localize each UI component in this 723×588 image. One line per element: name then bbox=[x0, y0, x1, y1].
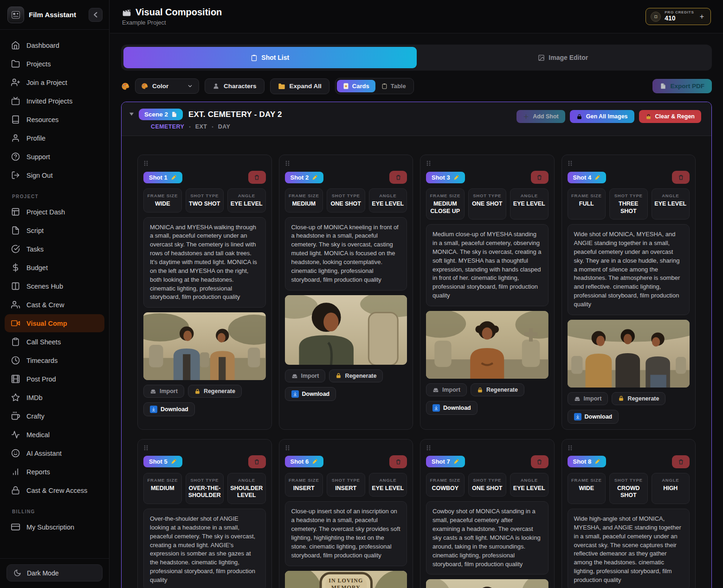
delete-shot-button[interactable] bbox=[389, 171, 407, 184]
shot-description: Close-up insert shot of an inscription o… bbox=[285, 501, 407, 566]
shot-description: Wide shot of MONICA, MYESHA, and ANGIE s… bbox=[568, 224, 690, 315]
shot-badge[interactable]: Shot 4 bbox=[568, 172, 607, 183]
regenerate-button[interactable]: Regenerate bbox=[471, 383, 524, 396]
export-pdf-button[interactable]: Export PDF bbox=[652, 79, 712, 93]
angle-box: ANGLESHOULDER LEVEL bbox=[227, 473, 266, 504]
regenerate-label: Regenerate bbox=[204, 388, 235, 394]
drag-handle-icon[interactable] bbox=[568, 161, 690, 166]
sidebar-item-imdb[interactable]: IMDb bbox=[5, 388, 104, 407]
import-button[interactable]: Import bbox=[426, 383, 467, 396]
characters-button[interactable]: Characters bbox=[205, 78, 265, 94]
shot-description: Over-the-shoulder shot of ANGIE looking … bbox=[143, 509, 266, 588]
sidebar-item-resources[interactable]: Resources bbox=[5, 110, 104, 129]
add-shot-button[interactable]: Add Shot bbox=[516, 110, 565, 123]
delete-shot-button[interactable] bbox=[248, 171, 266, 184]
shot-badge[interactable]: Shot 3 bbox=[426, 172, 465, 183]
color-filter-select[interactable]: Color bbox=[135, 78, 199, 94]
meta-value: CROWD SHOT bbox=[612, 485, 646, 499]
regenerate-button[interactable]: Regenerate bbox=[329, 369, 383, 382]
expand-all-button[interactable]: Expand All bbox=[270, 78, 329, 94]
sidebar-item-join-a-project[interactable]: Join a Project bbox=[5, 73, 104, 91]
shot-badge[interactable]: Shot 6 bbox=[285, 456, 324, 467]
sidebar-item-label: Visual Comp bbox=[26, 320, 67, 327]
delete-shot-button[interactable] bbox=[672, 171, 690, 184]
delete-shot-button[interactable] bbox=[248, 455, 266, 468]
delete-shot-button[interactable] bbox=[672, 455, 690, 468]
import-label: Import bbox=[584, 395, 602, 402]
gen-all-images-button[interactable]: Gen All Images bbox=[570, 110, 634, 123]
import-button[interactable]: Import bbox=[143, 385, 184, 398]
check-circle-icon bbox=[11, 245, 20, 253]
drag-handle-icon[interactable] bbox=[568, 445, 690, 451]
drag-handle-icon[interactable] bbox=[285, 161, 407, 166]
sidebar-item-reports[interactable]: Reports bbox=[5, 463, 104, 481]
sidebar-item-ai-assistant[interactable]: AI Assistant bbox=[5, 444, 104, 462]
sidebar-item-my-subscription[interactable]: My Subscription bbox=[5, 518, 104, 536]
download-button[interactable]: Download bbox=[285, 387, 336, 401]
drag-handle-icon[interactable] bbox=[426, 161, 549, 166]
sidebar-item-post-prod[interactable]: Post Prod bbox=[5, 370, 104, 388]
sidebar-item-project-dash[interactable]: Project Dash bbox=[5, 203, 104, 221]
sidebar-item-timecards[interactable]: Timecards bbox=[5, 351, 104, 369]
view-mode-table[interactable]: Table bbox=[375, 80, 412, 92]
content: Shot List Image Editor Color Characters bbox=[110, 33, 723, 588]
sidebar-item-projects[interactable]: Projects bbox=[5, 55, 104, 73]
sidebar-item-crafty[interactable]: Crafty bbox=[5, 407, 104, 425]
delete-shot-button[interactable] bbox=[531, 171, 549, 184]
delete-shot-button[interactable] bbox=[531, 455, 549, 468]
sidebar-item-call-sheets[interactable]: Call Sheets bbox=[5, 333, 104, 351]
tab-image-editor[interactable]: Image Editor bbox=[417, 47, 710, 68]
dark-mode-toggle[interactable]: Dark Mode bbox=[6, 564, 103, 582]
sidebar-item-label: Script bbox=[26, 227, 44, 234]
sidebar-item-sign-out[interactable]: Sign Out bbox=[5, 166, 104, 184]
sidebar-item-visual-comp[interactable]: Visual Comp bbox=[5, 314, 104, 332]
regenerate-button[interactable]: Regenerate bbox=[188, 385, 242, 398]
sidebar-item-invited-projects[interactable]: Invited Projects bbox=[5, 92, 104, 110]
drag-handle-icon[interactable] bbox=[143, 161, 266, 166]
gravestone-inscription: IN LOVING MEMORY JOHN DOE BELOVED HUSBAN… bbox=[318, 577, 374, 588]
drag-handle-icon[interactable] bbox=[143, 445, 266, 451]
add-credits-button[interactable]: + bbox=[698, 13, 706, 21]
sign-out-icon bbox=[11, 171, 20, 180]
shot-badge[interactable]: Shot 2 bbox=[285, 172, 324, 183]
app-title: Film Assistant bbox=[29, 11, 84, 19]
sidebar-item-profile[interactable]: Profile bbox=[5, 129, 104, 147]
sidebar-item-script[interactable]: Script bbox=[5, 221, 104, 239]
scene-badge[interactable]: Scene 2 bbox=[139, 109, 183, 120]
sidebar-item-budget[interactable]: Budget bbox=[5, 258, 104, 277]
film-icon bbox=[11, 375, 20, 383]
sidebar-item-cast-crew[interactable]: Cast & Crew bbox=[5, 296, 104, 314]
meta-label: ANGLE bbox=[662, 478, 679, 483]
meta-label: ANGLE bbox=[521, 478, 538, 483]
sidebar-collapse-button[interactable] bbox=[89, 8, 103, 22]
shot-badge[interactable]: Shot 8 bbox=[568, 456, 607, 467]
tab-shot-list[interactable]: Shot List bbox=[123, 47, 417, 68]
download-button[interactable]: Download bbox=[143, 402, 195, 416]
import-label: Import bbox=[160, 388, 178, 394]
download-button[interactable]: Download bbox=[426, 401, 478, 415]
view-mode-cards[interactable]: Cards bbox=[337, 80, 375, 92]
delete-shot-button[interactable] bbox=[389, 455, 407, 468]
meta-value: ONE SHOT bbox=[331, 200, 361, 208]
sidebar-item-dashboard[interactable]: Dashboard bbox=[5, 36, 104, 54]
sidebar-item-medical[interactable]: Medical bbox=[5, 426, 104, 444]
collapse-caret-icon[interactable] bbox=[129, 111, 134, 116]
download-button[interactable]: Download bbox=[568, 410, 619, 424]
sidebar-item-support[interactable]: Support bbox=[5, 148, 104, 166]
meta-value: COWBOY bbox=[432, 485, 458, 492]
import-button[interactable]: Import bbox=[568, 392, 608, 405]
import-button[interactable]: Import bbox=[285, 369, 326, 382]
clear-regen-button[interactable]: Clear & Regen bbox=[639, 110, 701, 123]
sidebar-item-cast-crew-access[interactable]: Cast & Crew Access bbox=[5, 481, 104, 499]
meta-value: MEDIUM bbox=[292, 200, 316, 208]
shot-badge[interactable]: Shot 1 bbox=[143, 172, 182, 183]
shot-badge[interactable]: Shot 5 bbox=[143, 456, 182, 467]
sidebar-item-tasks[interactable]: Tasks bbox=[5, 240, 104, 258]
sidebar-item-label: Invited Projects bbox=[26, 97, 72, 105]
drag-handle-icon[interactable] bbox=[426, 445, 549, 451]
sidebar-item-scenes-hub[interactable]: Scenes Hub bbox=[5, 277, 104, 295]
meta-label: ANGLE bbox=[238, 478, 255, 483]
drag-handle-icon[interactable] bbox=[285, 445, 407, 451]
shot-badge[interactable]: Shot 7 bbox=[426, 456, 465, 467]
regenerate-button[interactable]: Regenerate bbox=[612, 392, 665, 405]
